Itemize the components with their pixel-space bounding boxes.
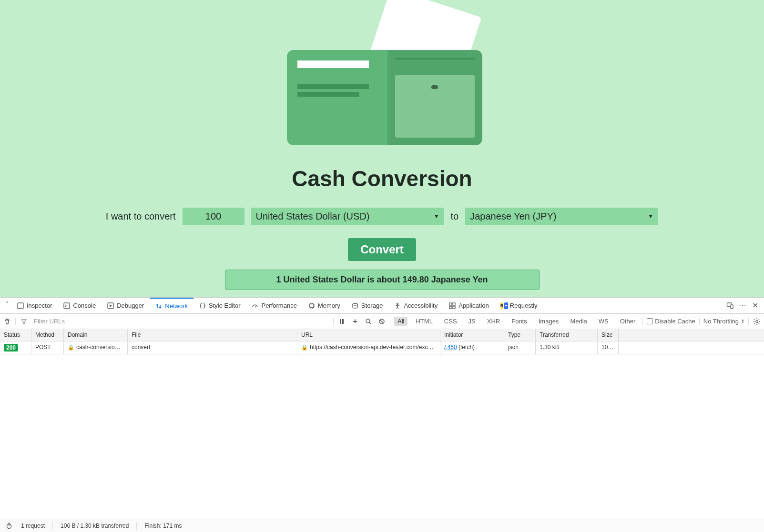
tab-application[interactable]: Application (443, 298, 495, 313)
network-row[interactable]: 200 POST 🔒cash-conversion-a… convert 🔒ht… (0, 341, 764, 355)
throttling-label: No Throttling (703, 318, 739, 325)
disable-cache-label: Disable Cache (655, 318, 695, 325)
divider (15, 318, 16, 325)
filter-actions: + (337, 317, 386, 326)
to-currency-select[interactable]: Japanese Yen (JPY) (465, 208, 658, 225)
col-initiator[interactable]: Initiator (440, 329, 504, 341)
cell-type: json (504, 341, 536, 354)
col-type[interactable]: Type (504, 329, 536, 341)
block-icon[interactable] (377, 317, 386, 326)
tab-debugger[interactable]: Debugger (102, 298, 150, 313)
filter-images[interactable]: Images (535, 317, 562, 326)
wallet-left (287, 50, 387, 145)
tab-performance[interactable]: Performance (246, 298, 302, 313)
memory-icon (308, 302, 315, 309)
tab-network[interactable]: Network (150, 298, 194, 313)
filter-xhr[interactable]: XHR (484, 317, 503, 326)
devtools-tabs: Inspector Console Debugger Network Style… (0, 298, 764, 314)
svg-rect-10 (453, 306, 455, 309)
tab-console[interactable]: Console (58, 298, 102, 313)
accessibility-icon (394, 302, 401, 309)
tab-requestly[interactable]: R ✦ Requestly (495, 298, 543, 313)
svg-rect-12 (731, 305, 733, 309)
performance-icon (252, 302, 258, 309)
col-domain[interactable]: Domain (64, 329, 128, 341)
close-icon[interactable]: ✕ (751, 301, 759, 310)
svg-rect-1 (18, 303, 23, 309)
svg-rect-7 (449, 303, 452, 305)
cell-file: convert (128, 341, 297, 354)
gear-icon[interactable] (753, 317, 761, 326)
pick-element-icon[interactable] (3, 298, 11, 306)
status-finish: Finish: 171 ms (144, 522, 182, 529)
pause-icon[interactable] (337, 317, 346, 326)
filter-ws[interactable]: WS (595, 317, 612, 326)
convert-button[interactable]: Convert (348, 238, 416, 261)
divider (642, 318, 643, 325)
filter-icon[interactable] (20, 317, 28, 326)
cell-size: 106 B (598, 341, 619, 354)
stopwatch-icon[interactable] (5, 522, 13, 530)
tab-style-editor[interactable]: Style Editor (194, 298, 246, 313)
plus-icon[interactable]: + (351, 317, 359, 326)
debugger-icon (107, 302, 114, 309)
tab-label: Storage (361, 302, 383, 309)
tab-label: Accessibility (404, 302, 438, 309)
filter-media[interactable]: Media (567, 317, 590, 326)
filter-js[interactable]: JS (465, 317, 479, 326)
divider (136, 522, 137, 530)
search-icon[interactable] (364, 317, 373, 326)
tab-inspector[interactable]: Inspector (11, 298, 58, 313)
trash-icon[interactable] (3, 317, 11, 326)
divider (390, 318, 390, 325)
svg-rect-4 (310, 304, 314, 308)
requestly-icon: R ✦ (500, 302, 507, 309)
disable-cache-checkbox[interactable]: Disable Cache (647, 318, 695, 325)
filter-html[interactable]: HTML (412, 317, 436, 326)
svg-rect-13 (340, 319, 341, 324)
responsive-mode-icon[interactable] (726, 301, 734, 310)
to-label: to (451, 211, 459, 222)
wallet-body (287, 50, 482, 145)
amount-input[interactable] (183, 208, 244, 225)
tab-label: Requestly (510, 302, 538, 309)
tab-label: Debugger (117, 302, 144, 309)
svg-rect-14 (342, 319, 344, 324)
tab-storage[interactable]: Storage (346, 298, 389, 313)
initiator-link[interactable]: /:460 (444, 344, 457, 351)
col-transferred[interactable]: Transferred (536, 329, 598, 341)
filter-fonts[interactable]: Fonts (508, 317, 530, 326)
filter-other[interactable]: Other (617, 317, 639, 326)
disable-cache-input[interactable] (647, 318, 653, 324)
filter-urls-input[interactable] (32, 316, 261, 327)
col-waterfall[interactable] (619, 329, 764, 341)
col-size[interactable]: Size (598, 329, 619, 341)
from-currency-select[interactable]: United States Dollar (USD) (251, 208, 444, 225)
throttling-select[interactable]: No Throttling ⇕ (703, 318, 744, 325)
filter-types: All HTML CSS JS XHR Fonts Images Media W… (394, 317, 639, 326)
svg-point-5 (353, 303, 357, 305)
svg-point-17 (756, 320, 758, 322)
divider (748, 318, 749, 325)
wallet-stripe (297, 84, 369, 89)
filter-all[interactable]: All (394, 317, 407, 326)
convert-label: I want to convert (106, 211, 176, 222)
divider (333, 318, 334, 325)
wallet-stripe (297, 60, 369, 68)
devtools: Inspector Console Debugger Network Style… (0, 297, 764, 532)
tab-label: Memory (318, 302, 340, 309)
svg-point-6 (397, 303, 398, 304)
more-icon[interactable]: ⋯ (738, 301, 747, 310)
col-file[interactable]: File (128, 329, 297, 341)
cell-url: 🔒https://cash-conversion-api.dev-tester.… (297, 341, 440, 354)
network-toolbar: + All HTML CSS JS XHR Fonts Images Media… (0, 314, 764, 329)
cell-domain: 🔒cash-conversion-a… (64, 341, 128, 354)
col-method[interactable]: Method (31, 329, 64, 341)
filter-css[interactable]: CSS (441, 317, 460, 326)
tab-memory[interactable]: Memory (303, 298, 346, 313)
tab-accessibility[interactable]: Accessibility (388, 298, 443, 313)
cell-waterfall (619, 341, 764, 354)
col-status[interactable]: Status (0, 329, 31, 341)
col-url[interactable]: URL (297, 329, 440, 341)
lock-icon: 🔒 (301, 344, 308, 350)
